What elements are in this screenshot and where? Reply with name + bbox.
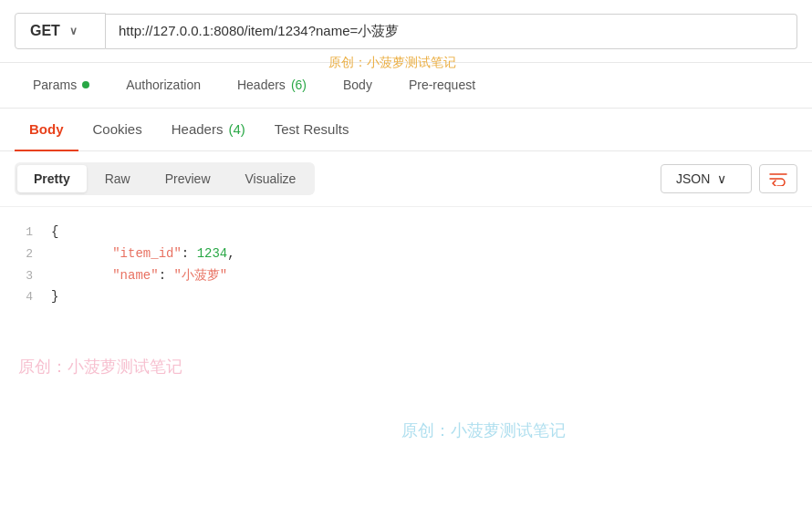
req-tab-body[interactable]: Body (325, 63, 390, 109)
json-line-3: 3 "name": "小菠萝" (0, 265, 812, 287)
json-format-chevron: ∨ (717, 171, 726, 186)
json-line-4: 4 } (0, 286, 812, 308)
headers-req-badge: (6) (291, 78, 307, 92)
headers-req-label: Headers (237, 78, 286, 92)
json-line-2-content: "item_id": 1234, (51, 243, 797, 265)
req-tab-headers[interactable]: Headers (6) (219, 63, 325, 109)
params-label: Params (33, 78, 77, 92)
body-req-label: Body (343, 78, 372, 92)
json-colon-1: : (182, 246, 197, 261)
cookies-label: Cookies (93, 121, 142, 137)
method-selector[interactable]: GET ∨ (15, 13, 106, 49)
body-resp-label: Body (29, 121, 64, 137)
json-line-2: 2 "item_id": 1234, (0, 243, 812, 265)
wrap-button[interactable] (759, 164, 797, 193)
format-tabs: Pretty Raw Preview Visualize (15, 162, 315, 195)
line-num-1: 1 (15, 223, 51, 243)
fmt-tab-pretty[interactable]: Pretty (17, 165, 87, 192)
resp-tab-cookies[interactable]: Cookies (78, 109, 157, 151)
line-num-4: 4 (15, 287, 51, 307)
wrap-icon (769, 171, 787, 186)
prerequest-label: Pre-request (409, 78, 475, 92)
resp-tab-headers[interactable]: Headers (4) (157, 109, 260, 151)
req-tab-params[interactable]: Params (15, 63, 108, 109)
authorization-label: Authorization (126, 78, 201, 92)
url-bar: GET ∨ (0, 0, 812, 63)
json-value-name: "小菠萝" (173, 268, 227, 283)
json-line-4-content: } (51, 286, 797, 308)
line-num-2: 2 (15, 244, 51, 264)
json-comma-1: , (227, 246, 234, 261)
fmt-tab-raw[interactable]: Raw (88, 165, 147, 192)
resp-tab-body[interactable]: Body (15, 109, 78, 151)
params-dot (82, 81, 89, 88)
method-chevron: ∨ (69, 25, 78, 37)
open-brace: { (51, 224, 58, 239)
watermark-body-cyan: 原创：小菠萝测试笔记 (401, 420, 566, 441)
method-label: GET (30, 23, 60, 39)
json-key-item-id: "item_id" (112, 246, 182, 261)
line-num-3: 3 (15, 266, 51, 286)
resp-tab-test-results[interactable]: Test Results (260, 109, 364, 151)
json-format-label: JSON (676, 171, 710, 186)
json-line-3-content: "name": "小菠萝" (51, 265, 797, 287)
response-tabs: Body Cookies Headers (4) Test Results (0, 109, 812, 150)
json-key-name: "name" (112, 268, 158, 283)
test-results-label: Test Results (275, 121, 349, 137)
format-bar: Pretty Raw Preview Visualize JSON ∨ (0, 151, 812, 207)
request-tabs: Params Authorization Headers (6) Body Pr… (0, 63, 812, 109)
json-line-1: 1 { (0, 222, 812, 243)
fmt-tab-preview[interactable]: Preview (149, 165, 227, 192)
close-brace: } (51, 289, 58, 304)
fmt-tab-visualize[interactable]: Visualize (229, 165, 313, 192)
headers-resp-label: Headers (172, 121, 224, 137)
json-line-1-content: { (51, 222, 797, 243)
req-tab-prerequest[interactable]: Pre-request (390, 63, 494, 109)
format-right: JSON ∨ (661, 164, 797, 193)
watermark-body-pink: 原创：小菠萝测试笔记 (18, 356, 182, 378)
req-tab-authorization[interactable]: Authorization (108, 63, 219, 109)
json-format-selector[interactable]: JSON ∨ (661, 164, 752, 193)
url-input[interactable] (106, 14, 797, 49)
json-body: 1 { 2 "item_id": 1234, 3 "name": "小菠萝" 4 (0, 207, 812, 323)
response-section: Body Cookies Headers (4) Test Results (0, 109, 812, 151)
json-value-item-id: 1234 (197, 246, 228, 261)
headers-resp-badge: (4) (228, 121, 245, 137)
json-colon-2: : (159, 268, 174, 283)
